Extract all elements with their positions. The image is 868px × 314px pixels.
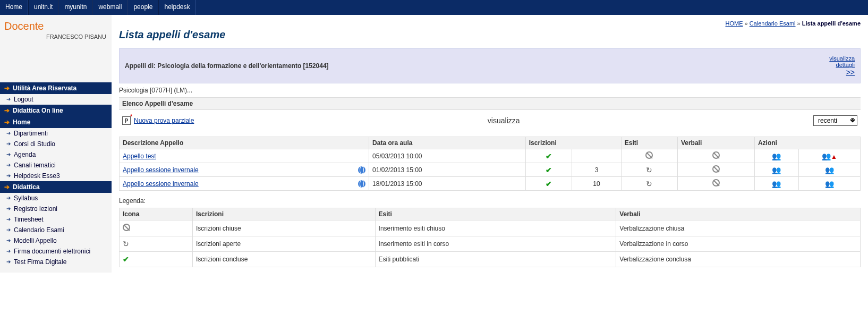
menu-item-logout[interactable]: ➔Logout [0,94,112,105]
col-iscrizioni: Iscrizioni [525,137,621,149]
arrow-icon: ➔ [6,195,11,201]
arrow-icon: ➔ [6,130,11,136]
arrow-icon: ➔ [6,206,11,211]
menu-item-registro-lezioni[interactable]: ➔Registro lezioni [0,203,112,214]
col-verbali: Verbali [677,137,754,149]
iscrizioni-icon-cell: ✔ [525,177,572,191]
topnav-unitnit[interactable]: unitn.it [28,0,58,15]
arrow-icon: ➔ [6,248,11,254]
menu-head-utilita[interactable]: ➔ Utilità Area Riservata [0,82,112,94]
menu-head-home[interactable]: ➔ Home [0,116,112,128]
menu-item-timesheet[interactable]: ➔Timesheet [0,214,112,225]
menu-item-corsi-di-studio[interactable]: ➔Corsi di Studio [0,139,112,149]
breadcrumb: HOME » Calendario Esami » Lista appelli … [119,20,861,27]
legend-table: IconaIscrizioniEsitiVerbali Iscrizioni c… [119,208,861,267]
arrow-icon: ➔ [4,84,10,92]
menu-item-firma-documenti-elettronici[interactable]: ➔Firma documenti elettronici [0,246,112,257]
nuova-prova-parziale-link[interactable]: Nuova prova parziale [134,117,194,124]
visualizza-label: visualizza [488,116,520,125]
menu-item-calendario-esami[interactable]: ➔Calendario Esami [0,225,112,235]
iscrizioni-count-cell: 3 [572,163,621,177]
reload-icon: ↻ [123,240,129,248]
azione-1-cell[interactable]: 👥 [754,177,798,191]
azione-2-cell[interactable]: 👥 [798,163,860,177]
topnav-helpdesk[interactable]: helpdesk [158,0,195,15]
topnav-myunitn[interactable]: myunitn [58,0,92,15]
arrow-icon: ➔ [6,227,11,233]
table-row: Appello sessione invernale01/02/2013 15:… [120,163,861,177]
azione-1-cell[interactable]: 👥 [754,149,798,163]
arrow-icon: ➔ [6,96,11,102]
action-icon[interactable]: 👥 [772,166,781,174]
prova-parziale-icon: P* [122,116,131,125]
dettagli-link[interactable]: dettagli [829,62,855,68]
legend-iscr-cell: Iscrizioni concluse [193,252,376,267]
legend-verb-cell: Verbalizzazione chiusa [616,220,861,236]
forbid-icon [712,165,720,173]
breadcrumb-home[interactable]: HOME [725,20,743,27]
check-icon: ✔ [546,180,552,188]
verbali-cell [677,177,754,191]
menu-item-test-firma-digitale[interactable]: ➔Test Firma Digitale [0,257,112,267]
forbid-icon [712,179,720,186]
legend-iscr-cell: Iscrizioni chiuse [193,220,376,236]
menu-item-canali-tematici[interactable]: ➔Canali tematici [0,160,112,171]
forbid-icon [645,151,653,159]
arrow-icon: ➔ [6,216,11,222]
visualizza-link[interactable]: visualizza [829,55,855,62]
subline: Psicologia [0707H] (LM)... [119,87,861,94]
legend-esiti-cell: Inserimento esiti in corso [375,236,616,252]
elenco-header: Elenco Appelli d'esame [119,97,861,110]
menu-item-helpdesk-esse3[interactable]: ➔Helpdesk Esse3 [0,171,112,181]
top-nav: Homeunitn.itmyunitnwebmailpeoplehelpdesk [0,0,868,15]
arrow-icon: ➔ [6,173,11,179]
menu-item-modelli-appello[interactable]: ➔Modelli Appello [0,235,112,246]
action-warn-icon[interactable]: 👥▲ [822,152,837,160]
menu-head-didattica[interactable]: ➔ Didattica [0,181,112,193]
date-cell: 05/03/2013 10:00 [369,149,526,163]
action-icon[interactable]: 👥 [772,152,781,160]
check-icon: ✔ [546,166,552,174]
azione-2-cell[interactable]: 👥 [798,177,860,191]
legend-row: ↻Iscrizioni aperteInserimento esiti in c… [120,236,861,252]
menu-item-dipartimenti[interactable]: ➔Dipartimenti [0,128,112,139]
iscrizioni-count-cell: 10 [572,177,621,191]
action-icon[interactable]: 👥 [825,166,834,174]
user-name: FRANCESCO PISANU [0,33,112,50]
forbid-icon [712,151,720,159]
legend-icon-cell [120,220,193,236]
menu-head-didattica-online[interactable]: ➔ Didattica On line [0,105,112,116]
legend-row: ✔Iscrizioni concluseEsiti pubblicatiVerb… [120,252,861,267]
main-content: HOME » Calendario Esami » Lista appelli … [112,15,868,273]
azione-2-cell[interactable]: 👥▲ [798,149,860,163]
breadcrumb-mid[interactable]: Calendario Esami [750,20,796,27]
azione-1-cell[interactable]: 👥 [754,163,798,177]
topnav-home[interactable]: Home [0,0,28,15]
col-esiti: Esiti [621,137,677,149]
reload-icon: ↻ [646,166,652,174]
arrow-icon: ➔ [6,162,11,168]
menu-item-agenda[interactable]: ➔Agenda [0,149,112,160]
action-icon[interactable]: 👥 [825,180,834,188]
legend-esiti-cell: Inserimento esiti chiuso [375,220,616,236]
appelli-table: Descrizione AppelloData ora aulaIscrizio… [119,137,861,191]
arrow-icon: ➔ [6,259,11,265]
col-data-ora-aula: Data ora aula [369,137,526,149]
appello-link[interactable]: Appello sessione invernale [123,180,199,188]
appello-link[interactable]: Appello sessione invernale [123,166,199,174]
reload-icon: ↻ [646,180,652,188]
check-icon: ✔ [546,152,552,160]
action-icon[interactable]: 👥 [772,180,781,188]
appello-link[interactable]: Appello test [123,152,156,160]
expand-icon[interactable]: >> [829,68,855,77]
globe-icon [358,166,365,174]
legend-verb-cell: Verbalizzazione conclusa [616,252,861,267]
legend-icon-cell: ↻ [120,236,193,252]
menu-item-syllabus[interactable]: ➔Syllabus [0,193,112,203]
iscrizioni-count-cell [572,149,621,163]
topnav-people[interactable]: people [127,0,158,15]
legend-col-icona: Icona [120,208,193,220]
filter-select[interactable]: recenti [813,115,857,126]
arrow-icon: ➔ [4,107,10,114]
topnav-webmail[interactable]: webmail [92,0,127,15]
